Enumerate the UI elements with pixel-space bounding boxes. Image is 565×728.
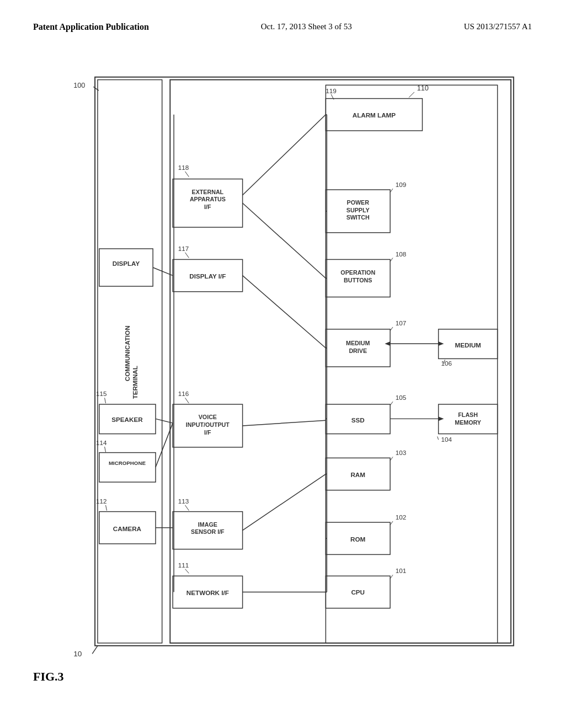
svg-rect-58	[326, 85, 497, 643]
camera-label: CAMERA	[113, 525, 142, 532]
ref-100-ct: 100	[73, 82, 85, 89]
operation-buttons-label: OPERATION	[340, 269, 375, 276]
figure-label: FIG.3	[33, 670, 64, 684]
svg-rect-4	[99, 249, 153, 286]
svg-line-47	[105, 398, 106, 403]
svg-line-41	[185, 172, 189, 177]
svg-line-52	[243, 203, 326, 278]
image-sensor-if-label2: SENSOR I/F	[191, 528, 225, 535]
power-supply-label: POWER	[347, 199, 370, 206]
ssd-label: SSD	[351, 416, 365, 424]
voice-if-label: VOICE	[199, 414, 217, 420]
microphone-label: MICROPHONE	[109, 460, 146, 466]
ref-114: 114	[96, 439, 107, 446]
svg-line-50	[243, 420, 326, 426]
ref-116: 116	[178, 390, 189, 397]
svg-line-29	[409, 92, 414, 98]
header-left: Patent Application Publication	[33, 22, 149, 32]
ref-106: 106	[441, 360, 452, 367]
svg-rect-44	[99, 453, 156, 483]
ref-101: 101	[396, 568, 406, 575]
ref-108: 108	[396, 250, 406, 258]
svg-line-35	[185, 505, 189, 511]
cpu-label: CPU	[351, 588, 365, 596]
ref-103: 103	[396, 449, 406, 456]
medium-drive-label: MEDIUM	[346, 340, 370, 346]
svg-line-49	[243, 474, 326, 531]
svg-line-51	[243, 276, 326, 348]
alarm-lamp-label: ALARM LAMP	[353, 111, 396, 119]
ext-app-if-label: EXTERNAL	[192, 189, 224, 195]
ref-10: 10	[73, 650, 82, 658]
flash-memory-label2: MEMORY	[455, 419, 481, 426]
svg-line-43	[106, 505, 107, 511]
diagram-svg: 10 COMMUNICATION TERMINAL 100 DISPLAY CP…	[55, 72, 532, 662]
ext-app-if-label2: APPARATUS	[190, 196, 226, 202]
ram-label: RAM	[350, 471, 365, 478]
svg-line-13	[438, 436, 439, 440]
svg-line-53	[243, 115, 326, 195]
page: Patent Application Publication Oct. 17, …	[0, 0, 565, 728]
svg-marker-17	[439, 416, 444, 421]
network-if-label: NETWORK I/F	[186, 589, 229, 596]
svg-marker-24	[385, 341, 390, 346]
ref-113-if: 113	[178, 497, 189, 505]
svg-line-39	[185, 253, 189, 258]
ref-107: 107	[396, 319, 406, 326]
power-supply-label3: SWITCH	[347, 214, 370, 221]
ref-105: 105	[396, 394, 406, 401]
header-center: Oct. 17, 2013 Sheet 3 of 53	[261, 22, 352, 31]
ref-111: 111	[178, 561, 189, 569]
communication-terminal-label: COMMUNICATION TERMINAL	[124, 324, 138, 399]
svg-marker-23	[439, 341, 444, 346]
ref-110-outer: 110	[417, 84, 429, 92]
svg-line-37	[185, 398, 189, 403]
ref-115: 115	[96, 390, 106, 397]
ref-119: 119	[326, 87, 336, 94]
voice-if-label2: INPUT/OUTPUT	[186, 421, 230, 428]
header-right: US 2013/271557 A1	[464, 22, 532, 31]
ref-102: 102	[396, 513, 406, 521]
ref-112: 112	[96, 497, 106, 505]
svg-line-45	[105, 447, 106, 452]
medium-label: MEDIUM	[455, 341, 481, 349]
diagram-area: 10 COMMUNICATION TERMINAL 100 DISPLAY CP…	[55, 72, 532, 662]
svg-rect-5	[170, 80, 511, 643]
ref-118: 118	[178, 164, 189, 171]
medium-drive-label2: DRIVE	[349, 347, 367, 354]
header: Patent Application Publication Oct. 17, …	[33, 22, 532, 32]
image-sensor-if-label: IMAGE	[198, 521, 217, 528]
speaker-label: SPEAKER	[111, 416, 143, 423]
svg-line-15	[390, 402, 393, 405]
flash-memory-label: FLASH	[458, 411, 478, 418]
operation-buttons-label2: BUTTONS	[344, 277, 372, 283]
power-supply-label2: SUPPLY	[347, 207, 370, 213]
display-if-label: DISPLAY I/F	[189, 272, 226, 280]
voice-if-label3: I/F	[204, 429, 211, 436]
ref-104: 104	[441, 436, 452, 443]
svg-line-33	[185, 569, 189, 574]
svg-line-1	[92, 646, 98, 654]
ext-app-if-label3: I/F	[204, 204, 211, 210]
display-box-label: DISPLAY	[113, 260, 140, 267]
ref-117: 117	[178, 245, 189, 252]
ref-109: 109	[396, 181, 406, 188]
rom-label: ROM	[350, 536, 365, 543]
